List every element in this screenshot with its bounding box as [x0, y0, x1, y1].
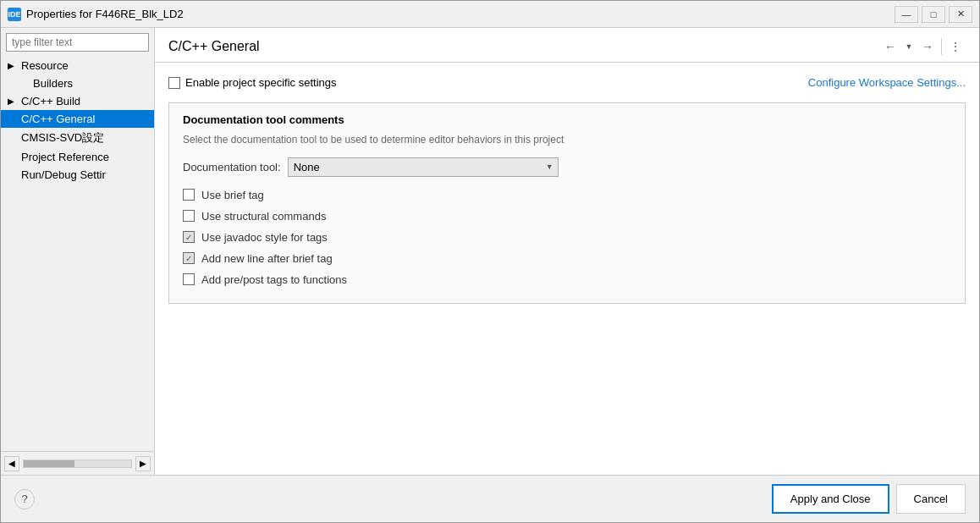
- use-javadoc-style-label: Use javadoc style for tags: [201, 231, 328, 244]
- use-structural-commands-label: Use structural commands: [201, 210, 326, 223]
- sidebar-item-label: Resource: [21, 59, 69, 72]
- enable-label: Enable project specific settings: [185, 76, 336, 89]
- arrow-icon: ▶: [8, 61, 18, 70]
- use-javadoc-style-checkbox[interactable]: [183, 231, 195, 243]
- properties-dialog: IDE Properties for F446RE_Blk_LD2 — □ ✕ …: [0, 0, 980, 523]
- sidebar: ▶ Resource Builders ▶ C/C++ Build C/C++ …: [1, 28, 155, 475]
- sidebar-item-cpp-build[interactable]: ▶ C/C++ Build: [1, 92, 154, 110]
- back-icon: ←: [884, 40, 896, 53]
- scroll-right-button[interactable]: ▶: [135, 456, 151, 471]
- arrow-icon: ▶: [8, 96, 18, 106]
- scroll-track[interactable]: [23, 460, 132, 468]
- scroll-thumb: [24, 460, 74, 467]
- maximize-button[interactable]: □: [922, 6, 945, 23]
- window-title: Properties for F446RE_Blk_LD2: [26, 8, 184, 20]
- back-button[interactable]: ←: [880, 36, 900, 57]
- menu-icon: ⋮: [950, 40, 961, 53]
- checkbox-row-brief-tag: Use brief tag: [183, 187, 951, 203]
- add-pre-post-tags-label: Add pre/post tags to functions: [201, 273, 347, 286]
- minimize-button[interactable]: —: [895, 6, 918, 23]
- title-buttons: — □ ✕: [895, 6, 972, 23]
- sidebar-item-label: Builders: [33, 77, 73, 90]
- doc-tool-section-description: Select the documentation tool to be used…: [183, 133, 951, 147]
- add-new-line-label: Add new line after brief tag: [201, 252, 333, 265]
- main-content: ▶ Resource Builders ▶ C/C++ Build C/C++ …: [1, 28, 979, 475]
- sidebar-tree: ▶ Resource Builders ▶ C/C++ Build C/C++ …: [1, 57, 154, 451]
- sidebar-item-label: Project Reference: [21, 151, 109, 163]
- title-bar-left: IDE Properties for F446RE_Blk_LD2: [8, 8, 184, 21]
- checkbox-row-javadoc-style: Use javadoc style for tags: [183, 229, 951, 245]
- checkbox-row-structural-commands: Use structural commands: [183, 208, 951, 224]
- enable-left: Enable project specific settings: [168, 76, 336, 89]
- add-pre-post-tags-checkbox[interactable]: [183, 273, 195, 285]
- ide-icon: IDE: [8, 8, 21, 21]
- enable-project-checkbox[interactable]: [168, 77, 180, 89]
- sidebar-item-project-reference[interactable]: Project Reference: [1, 148, 154, 166]
- back-dropdown-button[interactable]: ▼: [902, 36, 916, 57]
- toolbar-divider: [941, 38, 942, 55]
- content-title: C/C++ General: [168, 39, 260, 54]
- doc-tool-section-title: Documentation tool comments: [183, 113, 951, 126]
- content-area: C/C++ General ← ▼ → ⋮: [155, 28, 979, 475]
- close-button[interactable]: ✕: [949, 6, 972, 23]
- configure-workspace-link[interactable]: Configure Workspace Settings...: [808, 76, 966, 89]
- sidebar-scrollbar: ◀ ▶: [1, 451, 154, 475]
- checkbox-row-pre-post-tags: Add pre/post tags to functions: [183, 272, 951, 288]
- use-brief-tag-label: Use brief tag: [201, 189, 264, 201]
- add-new-line-checkbox[interactable]: [183, 252, 195, 264]
- sidebar-item-run-debug[interactable]: Run/Debug Settir: [1, 166, 154, 184]
- filter-input[interactable]: [6, 33, 149, 52]
- menu-button[interactable]: ⋮: [945, 36, 966, 57]
- footer: ? Apply and Close Cancel: [1, 475, 979, 522]
- use-structural-commands-checkbox[interactable]: [183, 210, 195, 222]
- checkbox-row-new-line: Add new line after brief tag: [183, 250, 951, 267]
- sidebar-item-label: C/C++ Build: [21, 95, 80, 107]
- doc-tool-select[interactable]: None: [288, 157, 559, 177]
- enable-row: Enable project specific settings Configu…: [168, 76, 966, 89]
- forward-icon: →: [922, 40, 933, 53]
- content-body: Enable project specific settings Configu…: [155, 63, 979, 475]
- doc-tool-select-wrapper: None ▼: [288, 157, 559, 177]
- cancel-button[interactable]: Cancel: [896, 484, 966, 514]
- toolbar-icons: ← ▼ → ⋮: [880, 36, 966, 57]
- sidebar-item-cmsis-svd[interactable]: CMSIS-SVD設定: [1, 128, 154, 148]
- doc-tool-section: Documentation tool comments Select the d…: [168, 102, 966, 304]
- sidebar-item-label: C/C++ General: [21, 113, 95, 125]
- sidebar-item-label: CMSIS-SVD設定: [21, 130, 104, 146]
- apply-close-button[interactable]: Apply and Close: [772, 484, 889, 514]
- sidebar-item-label: Run/Debug Settir: [21, 168, 106, 181]
- sidebar-item-resource[interactable]: ▶ Resource: [1, 57, 154, 74]
- forward-button[interactable]: →: [917, 36, 938, 57]
- doc-tool-row: Documentation tool: None ▼: [183, 157, 951, 177]
- help-button[interactable]: ?: [14, 489, 35, 509]
- sidebar-item-cpp-general[interactable]: C/C++ General: [1, 110, 154, 128]
- scroll-left-button[interactable]: ◀: [4, 456, 19, 471]
- use-brief-tag-checkbox[interactable]: [183, 189, 195, 201]
- title-bar: IDE Properties for F446RE_Blk_LD2 — □ ✕: [1, 1, 979, 28]
- sidebar-item-builders[interactable]: Builders: [1, 74, 154, 92]
- footer-right: Apply and Close Cancel: [772, 484, 966, 514]
- footer-left: ?: [14, 489, 35, 509]
- content-header: C/C++ General ← ▼ → ⋮: [155, 28, 979, 63]
- doc-tool-label: Documentation tool:: [183, 161, 281, 173]
